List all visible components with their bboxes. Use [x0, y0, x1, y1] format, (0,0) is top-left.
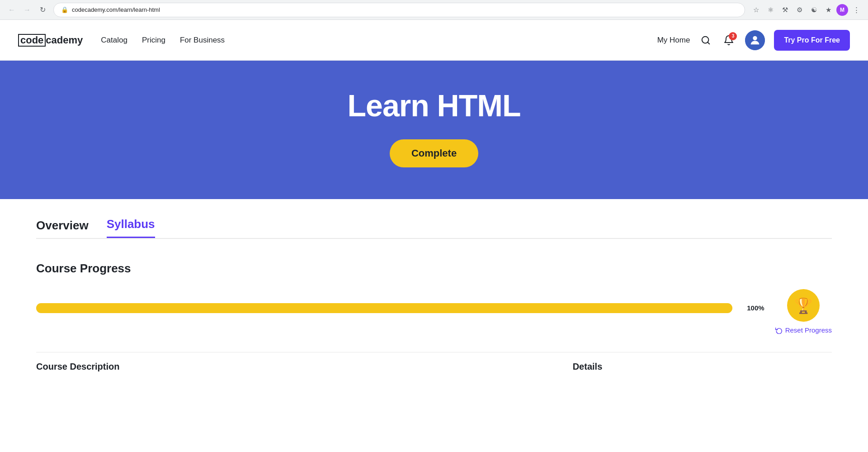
tab-overview[interactable]: Overview — [36, 219, 89, 238]
bottom-labels: Course Description Details — [36, 352, 832, 372]
logo-text: codecademy — [18, 34, 83, 47]
reset-progress-button[interactable]: Reset Progress — [775, 326, 832, 334]
nav-link-catalog[interactable]: Catalog — [101, 36, 127, 45]
progress-bar-container: 100% — [36, 303, 764, 320]
logo-cademy: cademy — [46, 34, 83, 46]
reset-icon — [775, 327, 783, 334]
search-button[interactable] — [699, 33, 712, 47]
tab-syllabus[interactable]: Syllabus — [107, 217, 155, 238]
logo-link[interactable]: codecademy — [18, 34, 83, 47]
extension-button[interactable]: ⚛ — [764, 4, 777, 16]
trophy-container: 🏆 Reset Progress — [775, 289, 832, 334]
extension2-button[interactable]: ⚒ — [778, 4, 791, 16]
hero-banner: Learn HTML Complete — [0, 61, 868, 199]
reload-button[interactable]: ↻ — [36, 4, 49, 16]
progress-bar-wrapper — [36, 303, 732, 313]
main-content: Overview Syllabus Course Progress 100% — [0, 199, 868, 390]
avatar — [745, 30, 765, 50]
star-button[interactable]: ☆ — [750, 4, 762, 16]
avatar-button[interactable] — [745, 30, 765, 50]
browser-profile-avatar[interactable]: M — [836, 4, 848, 16]
lock-icon: 🔒 — [61, 6, 68, 13]
notification-button[interactable]: 3 — [722, 33, 736, 48]
forward-button[interactable]: → — [21, 4, 33, 16]
browser-nav-buttons: ← → ↻ — [5, 4, 49, 16]
page: codecademy Catalog Pricing For Business … — [0, 20, 868, 390]
browser-actions: ☆ ⚛ ⚒ ⚙ ☯ ★ M ⋮ — [750, 4, 863, 16]
url-input[interactable] — [72, 6, 737, 13]
nav-links: Catalog Pricing For Business — [101, 36, 657, 45]
nav-right: My Home 3 — [657, 30, 850, 51]
notification-badge: 3 — [729, 32, 737, 40]
address-bar[interactable]: 🔒 — [53, 3, 745, 17]
extensions-button[interactable]: ⚙ — [793, 4, 806, 16]
course-progress-section: Course Progress 100% 🏆 — [36, 262, 832, 334]
menu-button[interactable]: ⋮ — [850, 4, 863, 16]
progress-percent: 100% — [747, 304, 764, 312]
back-button[interactable]: ← — [5, 4, 18, 16]
course-description-label: Course Description — [36, 362, 555, 372]
course-progress-title: Course Progress — [36, 262, 832, 276]
navbar: codecademy Catalog Pricing For Business … — [0, 20, 868, 61]
trophy-icon: 🏆 — [787, 289, 820, 322]
try-pro-button[interactable]: Try Pro For Free — [774, 30, 850, 51]
bookmark-button[interactable]: ★ — [822, 4, 835, 16]
search-icon — [701, 35, 711, 45]
reset-progress-label: Reset Progress — [785, 326, 832, 334]
user-avatar-icon — [749, 34, 761, 47]
details-label: Details — [573, 362, 832, 372]
sync-button[interactable]: ☯ — [807, 4, 820, 16]
svg-line-1 — [708, 42, 710, 44]
logo-code: code — [18, 34, 46, 47]
nav-link-pricing[interactable]: Pricing — [142, 36, 165, 45]
tabs-row: Overview Syllabus — [36, 217, 832, 239]
hero-title: Learn HTML — [348, 88, 521, 123]
my-home-link[interactable]: My Home — [657, 36, 690, 45]
nav-link-for-business[interactable]: For Business — [180, 36, 225, 45]
progress-row: 100% 🏆 Reset Progress — [36, 289, 832, 334]
browser-chrome: ← → ↻ 🔒 ☆ ⚛ ⚒ ⚙ ☯ ★ M ⋮ — [0, 0, 868, 20]
svg-point-2 — [753, 36, 757, 40]
progress-bar-fill — [36, 303, 732, 313]
complete-button[interactable]: Complete — [390, 139, 478, 167]
progress-with-percent: 100% — [36, 303, 764, 313]
